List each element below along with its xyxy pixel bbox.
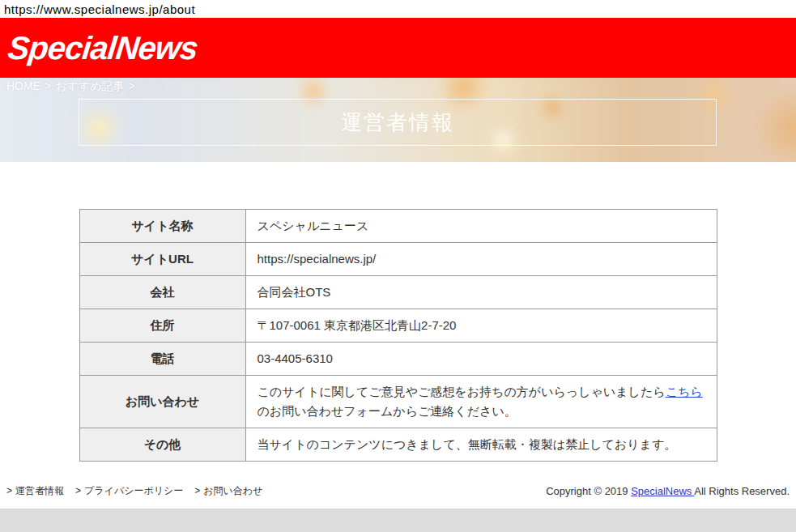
copyright-text-pre: Copyright © 2019 xyxy=(546,485,631,497)
row-value: 合同会社OTS xyxy=(245,276,717,309)
site-logo[interactable]: SpecialNews xyxy=(6,30,199,66)
breadcrumb-home-link[interactable]: HOME xyxy=(6,79,40,92)
url-bar: https://www.specialnews.jp/about xyxy=(0,0,796,18)
nav-marker: > xyxy=(6,485,12,496)
table-row: その他 当サイトのコンテンツにつきまして、無断転載・複製は禁止しております。 xyxy=(79,428,717,462)
row-value: スペシャルニュース xyxy=(245,210,717,243)
operator-info-table: サイト名称 スペシャルニュース サイトURL https://specialne… xyxy=(79,209,717,462)
copyright: Copyright © 2019 SpecialNews All Rights … xyxy=(546,485,790,497)
breadcrumb-separator: > xyxy=(129,79,135,92)
nav-marker: > xyxy=(75,485,81,496)
row-label: 会社 xyxy=(79,276,245,309)
page: https://www.specialnews.jp/about Special… xyxy=(0,0,796,532)
page-title: 運営者情報 xyxy=(341,109,454,137)
row-label: 電話 xyxy=(79,343,245,376)
footer-link-label: 運営者情報 xyxy=(15,485,64,496)
copyright-sitename-link[interactable]: SpecialNews xyxy=(631,485,694,497)
row-value: このサイトに関してご意見やご感想をお持ちの方がいらっしゃいましたらこちらのお問い… xyxy=(245,376,717,428)
row-label: お問い合わせ xyxy=(79,376,245,428)
nav-marker: > xyxy=(194,485,200,496)
breadcrumb: HOME>おすすめ記事> xyxy=(6,79,139,94)
footer-link-label: プライバシーポリシー xyxy=(84,485,183,496)
breadcrumb-separator: > xyxy=(45,79,51,92)
row-label: その他 xyxy=(79,428,245,462)
contact-text-pre: このサイトに関してご意見やご感想をお持ちの方がいらっしゃいましたら xyxy=(258,385,666,398)
page-url: https://www.specialnews.jp/about xyxy=(4,2,195,16)
site-header: SpecialNews xyxy=(0,18,796,78)
row-value: 03-4405-6310 xyxy=(245,343,717,376)
row-label: サイト名称 xyxy=(79,210,245,243)
footer-bottom-bar xyxy=(0,509,796,532)
row-value: 当サイトのコンテンツにつきまして、無断転載・複製は禁止しております。 xyxy=(245,428,717,462)
copyright-text-post: All Rights Reserved. xyxy=(694,485,790,497)
table-row-contact: お問い合わせ このサイトに関してご意見やご感想をお持ちの方がいらっしゃいましたら… xyxy=(79,376,717,428)
hero-banner: HOME>おすすめ記事> 運営者情報 xyxy=(0,78,796,162)
footer-link-about[interactable]: >運営者情報 xyxy=(6,484,64,498)
row-value: 〒107-0061 東京都港区北青山2-7-20 xyxy=(245,309,717,343)
hero-title-box: 運営者情報 xyxy=(79,99,717,146)
footer-link-contact[interactable]: >お問い合わせ xyxy=(194,484,262,498)
breadcrumb-category-link[interactable]: おすすめ記事 xyxy=(55,79,124,92)
table-row: 住所 〒107-0061 東京都港区北青山2-7-20 xyxy=(79,309,717,343)
table-row: 電話 03-4405-6310 xyxy=(79,343,717,376)
table-row: サイト名称 スペシャルニュース xyxy=(79,210,717,243)
footer-nav: >運営者情報 >プライバシーポリシー >お問い合わせ xyxy=(6,484,262,498)
footer-link-privacy-policy[interactable]: >プライバシーポリシー xyxy=(75,484,183,498)
row-label: サイトURL xyxy=(79,243,245,276)
table-row: サイトURL https://specialnews.jp/ xyxy=(79,243,717,276)
footer-link-label: お問い合わせ xyxy=(203,485,262,496)
table-row: 会社 合同会社OTS xyxy=(79,276,717,309)
row-value: https://specialnews.jp/ xyxy=(245,243,717,276)
row-label: 住所 xyxy=(79,309,245,343)
contact-text-post: のお問い合わせフォームからご連絡ください。 xyxy=(258,404,517,418)
footer: >運営者情報 >プライバシーポリシー >お問い合わせ Copyright © 2… xyxy=(0,478,796,509)
contact-form-link[interactable]: こちら xyxy=(666,385,703,398)
